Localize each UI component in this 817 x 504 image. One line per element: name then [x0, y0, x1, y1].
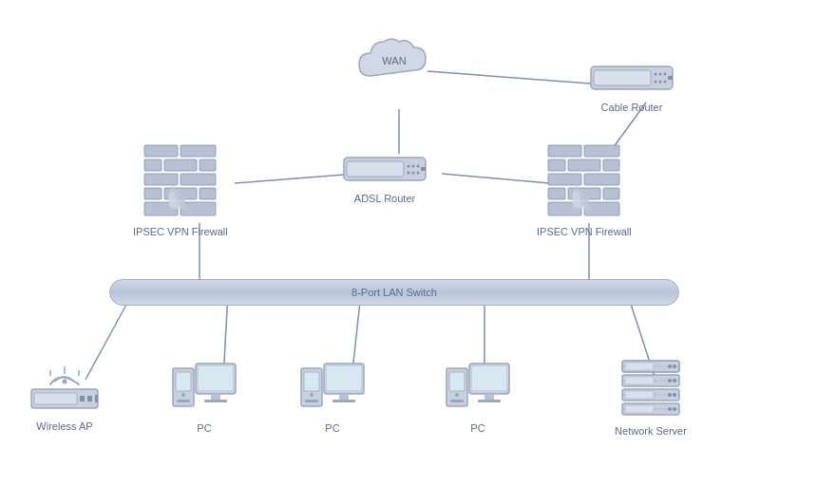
lan-switch-label: 8-Port LAN Switch: [352, 287, 437, 298]
cable-router-node: Cable Router: [589, 59, 674, 114]
svg-rect-67: [177, 400, 190, 402]
svg-rect-69: [199, 366, 233, 390]
svg-point-66: [181, 393, 185, 397]
svg-point-102: [673, 364, 676, 368]
cable-router-icon: [589, 59, 674, 97]
svg-rect-46: [568, 159, 600, 171]
svg-rect-91: [625, 363, 654, 370]
svg-point-28: [412, 172, 415, 175]
svg-rect-75: [305, 400, 318, 402]
svg-point-27: [408, 172, 410, 175]
svg-point-103: [668, 379, 672, 383]
svg-rect-83: [450, 400, 464, 402]
svg-point-74: [310, 393, 314, 397]
wireless-ap-label: Wireless AP: [36, 420, 92, 433]
svg-rect-36: [144, 174, 178, 185]
svg-rect-73: [304, 372, 319, 391]
firewall-left-node: IPSEC VPN Firewall: [133, 140, 228, 238]
pc1-label: PC: [197, 421, 211, 435]
svg-rect-47: [603, 159, 619, 171]
firewall-right-node: IPSEC VPN Firewall: [537, 140, 632, 238]
svg-rect-31: [144, 145, 178, 157]
svg-rect-94: [625, 377, 654, 384]
svg-rect-43: [548, 145, 581, 157]
svg-rect-32: [180, 145, 216, 157]
firewall-right-label: IPSEC VPN Firewall: [537, 225, 632, 238]
svg-rect-86: [484, 394, 494, 400]
cloud-icon: WAN: [352, 28, 437, 90]
wan-node: WAN: [352, 28, 437, 90]
firewall-right-icon: [543, 140, 624, 221]
svg-rect-70: [211, 394, 220, 400]
svg-rect-56: [34, 393, 77, 404]
network-server-label: Network Server: [615, 424, 687, 438]
svg-line-2: [235, 174, 356, 183]
svg-rect-37: [180, 174, 216, 185]
svg-point-29: [417, 172, 420, 175]
svg-point-15: [655, 73, 657, 76]
svg-rect-71: [204, 400, 227, 402]
firewall-left-label: IPSEC VPN Firewall: [133, 225, 228, 238]
svg-point-82: [455, 393, 459, 397]
svg-point-18: [655, 81, 657, 84]
svg-point-26: [417, 165, 420, 168]
svg-rect-59: [95, 395, 98, 402]
adsl-router-icon: [342, 154, 428, 188]
svg-rect-97: [625, 391, 654, 399]
firewall-left-icon: [140, 140, 220, 221]
svg-point-106: [673, 393, 676, 397]
pc3-node: PC: [445, 359, 511, 435]
cable-router-label: Cable Router: [601, 101, 663, 114]
svg-point-17: [664, 73, 667, 76]
svg-rect-44: [584, 145, 619, 157]
adsl-router-node: ADSL Router: [342, 154, 428, 205]
svg-point-104: [673, 379, 676, 383]
svg-rect-58: [87, 396, 92, 401]
svg-rect-85: [472, 366, 506, 390]
svg-point-25: [412, 165, 415, 168]
svg-point-24: [408, 165, 410, 168]
pc1-node: PC: [171, 359, 238, 435]
svg-rect-78: [339, 394, 349, 400]
server-icon: [613, 356, 689, 420]
svg-rect-21: [668, 76, 673, 80]
svg-rect-52: [603, 188, 619, 199]
svg-text:WAN: WAN: [382, 55, 406, 66]
svg-rect-48: [548, 174, 581, 185]
svg-point-60: [63, 380, 67, 384]
lan-switch-node: 8-Port LAN Switch: [109, 279, 679, 306]
pc2-node: PC: [299, 359, 366, 435]
svg-rect-35: [200, 159, 216, 171]
svg-rect-49: [584, 174, 619, 185]
wireless-ap-icon: [27, 361, 103, 416]
svg-rect-45: [548, 159, 565, 171]
svg-rect-40: [200, 188, 216, 199]
svg-rect-23: [347, 161, 404, 177]
svg-line-3: [442, 174, 549, 183]
network-server-node: Network Server: [613, 356, 689, 438]
svg-rect-50: [548, 188, 565, 199]
pc3-label: PC: [470, 421, 484, 435]
svg-point-19: [659, 81, 662, 84]
pc3-icon: [445, 359, 511, 418]
svg-point-16: [659, 73, 662, 76]
svg-rect-57: [80, 396, 85, 401]
svg-line-0: [428, 71, 616, 85]
svg-rect-30: [421, 167, 426, 171]
pc2-label: PC: [325, 421, 339, 435]
network-diagram: WAN Cable Router: [0, 0, 817, 504]
svg-rect-87: [478, 400, 501, 402]
svg-point-107: [668, 407, 672, 411]
svg-rect-65: [176, 372, 191, 391]
svg-rect-38: [144, 188, 162, 199]
svg-point-20: [664, 81, 667, 84]
svg-point-108: [673, 407, 676, 411]
svg-rect-81: [449, 372, 465, 391]
svg-rect-34: [164, 159, 197, 171]
wireless-ap-node: Wireless AP: [27, 361, 103, 433]
adsl-router-label: ADSL Router: [354, 192, 415, 205]
svg-point-105: [668, 393, 672, 397]
svg-point-101: [668, 364, 672, 368]
pc1-icon: [171, 359, 238, 418]
pc2-icon: [299, 359, 366, 418]
